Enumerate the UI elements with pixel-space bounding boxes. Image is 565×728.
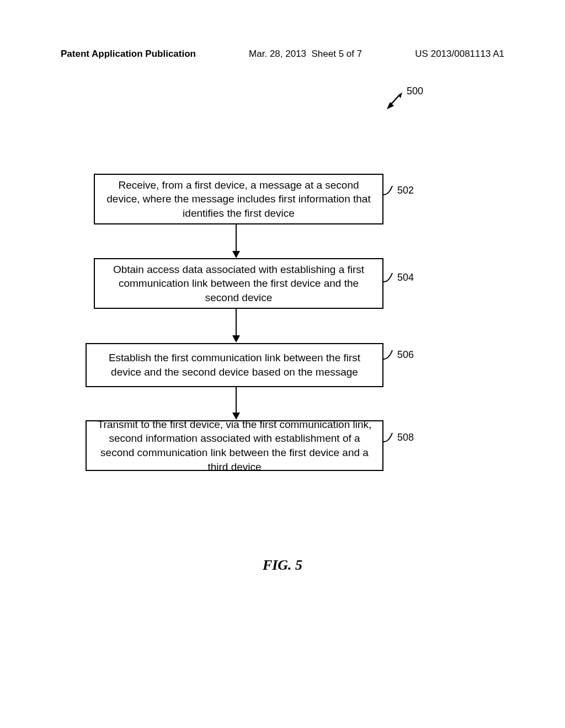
publication-date: Mar. 28, 2013 Sheet 5 of 7: [249, 49, 362, 60]
flowchart-step-504: Obtain access data associated with estab…: [94, 258, 383, 309]
leader-curve-icon: [383, 349, 397, 361]
publication-number: US 2013/0081113 A1: [415, 49, 504, 60]
flowchart-step-502: Receive, from a first device, a message …: [94, 174, 383, 224]
step-text: Transmit to the first device, via the fi…: [97, 417, 372, 474]
publication-type: Patent Application Publication: [61, 49, 196, 60]
reference-number-506: 506: [397, 349, 414, 361]
step-text: Receive, from a first device, a message …: [105, 178, 372, 221]
step-text: Establish the first communication link b…: [97, 351, 372, 379]
flowchart-step-506: Establish the first communication link b…: [86, 343, 383, 387]
down-arrow-icon: [231, 387, 242, 420]
figure-reference-500: 500: [383, 85, 417, 113]
reference-number-504: 504: [397, 272, 414, 283]
svg-marker-6: [232, 335, 240, 342]
reference-arrow-icon: [383, 91, 406, 111]
leader-curve-icon: [383, 185, 397, 197]
svg-marker-2: [398, 92, 402, 98]
leader-curve-icon: [383, 432, 397, 444]
flowchart-step-508: Transmit to the first device, via the fi…: [86, 420, 383, 471]
step-text: Obtain access data associated with estab…: [105, 263, 372, 305]
page-header: Patent Application Publication Mar. 28, …: [0, 49, 565, 60]
down-arrow-icon: [231, 224, 242, 259]
down-arrow-icon: [231, 309, 242, 343]
leader-curve-icon: [383, 272, 397, 284]
reference-number-500: 500: [407, 85, 423, 97]
figure-label: FIG. 5: [0, 557, 565, 574]
svg-marker-4: [232, 251, 240, 258]
reference-number-508: 508: [397, 432, 414, 443]
reference-number-502: 502: [397, 185, 414, 196]
